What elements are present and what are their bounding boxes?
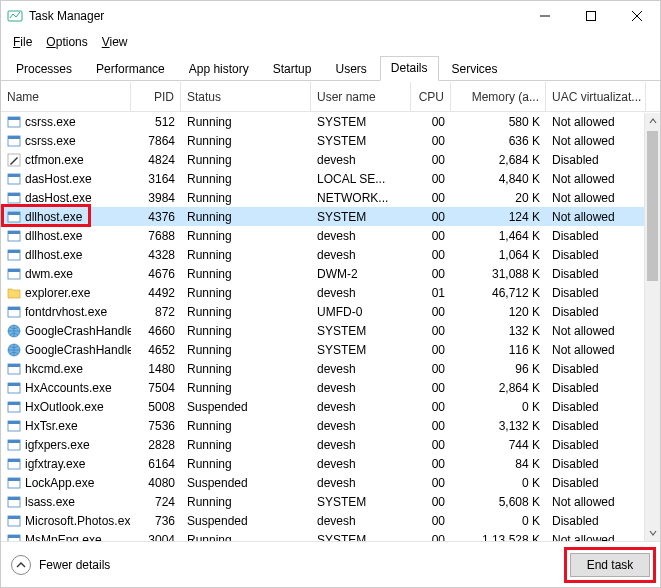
table-row[interactable]: dasHost.exe3164RunningLOCAL SE...004,840… <box>1 169 660 188</box>
process-name: hkcmd.exe <box>25 362 83 376</box>
process-name: igfxpers.exe <box>25 438 90 452</box>
cell-pid: 7864 <box>131 134 181 148</box>
table-row[interactable]: MsMpEng.exe3004RunningSYSTEM001,13,528 K… <box>1 530 660 541</box>
svg-rect-27 <box>8 364 20 367</box>
menu-file[interactable]: File <box>7 33 38 51</box>
scroll-down-arrow[interactable] <box>645 525 660 541</box>
fewer-details-button[interactable]: Fewer details <box>11 555 110 575</box>
maximize-button[interactable] <box>568 1 614 31</box>
cell-name: csrss.exe <box>1 134 131 148</box>
vertical-scrollbar[interactable] <box>644 113 660 541</box>
cell-memory: 84 K <box>451 457 546 471</box>
table-row[interactable]: ctfmon.exe4824Runningdevesh002,684 KDisa… <box>1 150 660 169</box>
cell-cpu: 00 <box>411 324 451 338</box>
process-name: HxOutlook.exe <box>25 400 104 414</box>
process-name: igfxtray.exe <box>25 457 85 471</box>
table-row[interactable]: dllhost.exe4376RunningSYSTEM00124 KNot a… <box>1 207 660 226</box>
svg-rect-13 <box>8 193 20 196</box>
col-status[interactable]: Status <box>181 82 311 111</box>
cell-uac: Disabled <box>546 381 646 395</box>
cell-user: devesh <box>311 514 411 528</box>
cell-status: Running <box>181 381 311 395</box>
cell-memory: 46,712 K <box>451 286 546 300</box>
process-name: GoogleCrashHandler... <box>25 343 131 357</box>
tab-details[interactable]: Details <box>380 56 439 81</box>
cell-user: devesh <box>311 286 411 300</box>
cell-user: devesh <box>311 381 411 395</box>
table-row[interactable]: dwm.exe4676RunningDWM-20031,088 KDisable… <box>1 264 660 283</box>
table-row[interactable]: lsass.exe724RunningSYSTEM005,608 KNot al… <box>1 492 660 511</box>
cell-cpu: 00 <box>411 495 451 509</box>
cell-uac: Disabled <box>546 476 646 490</box>
cell-pid: 5008 <box>131 400 181 414</box>
col-user[interactable]: User name <box>311 82 411 111</box>
cell-name: GoogleCrashHandler... <box>1 324 131 338</box>
table-row[interactable]: dasHost.exe3984RunningNETWORK...0020 KNo… <box>1 188 660 207</box>
col-uac[interactable]: UAC virtualizat... <box>546 82 646 111</box>
table-row[interactable]: HxAccounts.exe7504Runningdevesh002,864 K… <box>1 378 660 397</box>
tab-users[interactable]: Users <box>324 57 377 81</box>
col-pid[interactable]: PID <box>131 82 181 111</box>
table-row[interactable]: explorer.exe4492Runningdevesh0146,712 KD… <box>1 283 660 302</box>
process-icon <box>7 153 21 167</box>
tab-startup[interactable]: Startup <box>262 57 323 81</box>
table-row[interactable]: fontdrvhost.exe872RunningUMFD-000120 KDi… <box>1 302 660 321</box>
table-row[interactable]: csrss.exe512RunningSYSTEM00580 KNot allo… <box>1 112 660 131</box>
table-row[interactable]: igfxpers.exe2828Runningdevesh00744 KDisa… <box>1 435 660 454</box>
cell-uac: Disabled <box>546 419 646 433</box>
process-icon <box>7 172 21 186</box>
cell-pid: 1480 <box>131 362 181 376</box>
cell-memory: 1,064 K <box>451 248 546 262</box>
close-button[interactable] <box>614 1 660 31</box>
fewer-details-label: Fewer details <box>39 558 110 572</box>
cell-cpu: 00 <box>411 172 451 186</box>
tab-services[interactable]: Services <box>441 57 509 81</box>
process-icon <box>7 267 21 281</box>
cell-name: dllhost.exe <box>1 210 131 224</box>
col-name[interactable]: Name <box>1 82 131 111</box>
menu-options[interactable]: Options <box>40 33 93 51</box>
table-row[interactable]: GoogleCrashHandler...4652RunningSYSTEM00… <box>1 340 660 359</box>
col-cpu[interactable]: CPU <box>411 82 451 111</box>
cell-status: Running <box>181 324 311 338</box>
end-task-button[interactable]: End task <box>570 553 650 577</box>
cell-cpu: 00 <box>411 153 451 167</box>
cell-status: Running <box>181 191 311 205</box>
cell-name: dllhost.exe <box>1 229 131 243</box>
process-name: explorer.exe <box>25 286 90 300</box>
process-icon <box>7 324 21 338</box>
col-memory[interactable]: Memory (a... <box>451 82 546 111</box>
tab-app-history[interactable]: App history <box>178 57 260 81</box>
cell-user: devesh <box>311 457 411 471</box>
cell-user: devesh <box>311 153 411 167</box>
svg-rect-11 <box>8 174 20 177</box>
table-row[interactable]: csrss.exe7864RunningSYSTEM00636 KNot all… <box>1 131 660 150</box>
table-row[interactable]: hkcmd.exe1480Runningdevesh0096 KDisabled <box>1 359 660 378</box>
table-row[interactable]: Microsoft.Photos.exe736Suspendeddevesh00… <box>1 511 660 530</box>
table-row[interactable]: GoogleCrashHandler...4660RunningSYSTEM00… <box>1 321 660 340</box>
scroll-up-arrow[interactable] <box>645 113 660 129</box>
tab-performance[interactable]: Performance <box>85 57 176 81</box>
cell-pid: 872 <box>131 305 181 319</box>
cell-uac: Disabled <box>546 267 646 281</box>
scroll-thumb[interactable] <box>647 131 658 281</box>
cell-uac: Not allowed <box>546 134 646 148</box>
cell-memory: 0 K <box>451 400 546 414</box>
table-row[interactable]: igfxtray.exe6164Runningdevesh0084 KDisab… <box>1 454 660 473</box>
tab-processes[interactable]: Processes <box>5 57 83 81</box>
minimize-button[interactable] <box>522 1 568 31</box>
cell-name: LockApp.exe <box>1 476 131 490</box>
cell-uac: Disabled <box>546 305 646 319</box>
table-row[interactable]: dllhost.exe4328Runningdevesh001,064 KDis… <box>1 245 660 264</box>
table-row[interactable]: LockApp.exe4080Suspendeddevesh000 KDisab… <box>1 473 660 492</box>
cell-uac: Not allowed <box>546 210 646 224</box>
svg-rect-23 <box>8 307 20 310</box>
table-row[interactable]: HxOutlook.exe5008Suspendeddevesh000 KDis… <box>1 397 660 416</box>
table-row[interactable]: HxTsr.exe7536Runningdevesh003,132 KDisab… <box>1 416 660 435</box>
cell-cpu: 00 <box>411 476 451 490</box>
table-row[interactable]: dllhost.exe7688Runningdevesh001,464 KDis… <box>1 226 660 245</box>
process-icon <box>7 476 21 490</box>
process-icon <box>7 381 21 395</box>
menu-view[interactable]: View <box>96 33 134 51</box>
cell-memory: 0 K <box>451 476 546 490</box>
